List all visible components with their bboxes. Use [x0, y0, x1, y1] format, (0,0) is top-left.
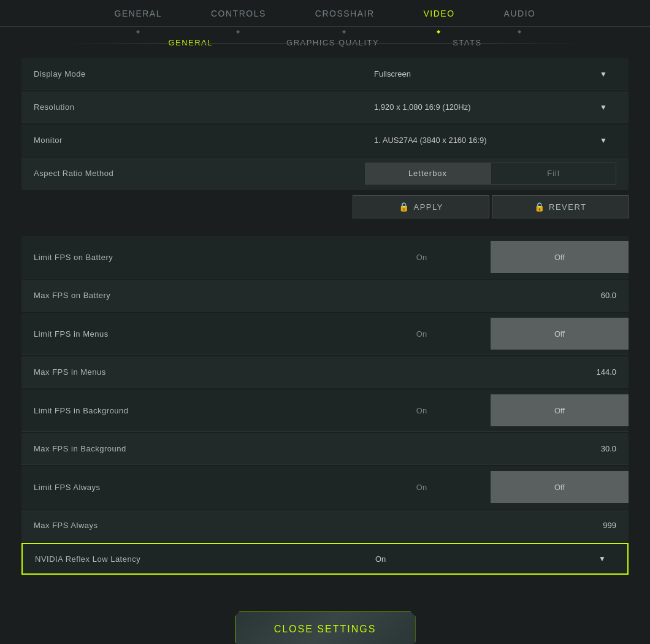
sub-nav-stats[interactable]: STATS [453, 38, 481, 47]
limit-fps-background-label: Limit FPS in Background [21, 406, 353, 415]
dropdown-arrow-icon: ▼ [598, 554, 606, 563]
limit-fps-battery-value: On Off [353, 236, 629, 278]
nav-audio[interactable]: AUDIO [480, 0, 560, 27]
max-fps-background-row: Max FPS in Background 30.0 [21, 433, 629, 465]
resolution-dropdown[interactable]: 1,920 x 1,080 16:9 (120Hz) ▼ [365, 96, 616, 118]
letterbox-button[interactable]: Letterbox [365, 163, 491, 185]
resolution-label: Resolution [21, 102, 353, 112]
monitor-value[interactable]: 1. AUS27A4 (3840 x 2160 16:9) ▼ [353, 129, 629, 151]
max-fps-always-label: Max FPS Always [21, 521, 353, 530]
off-option[interactable]: Off [491, 318, 629, 350]
nav-general[interactable]: GENERAL [90, 0, 186, 27]
max-fps-always-value: 999 [353, 521, 629, 530]
max-fps-menus-row: Max FPS in Menus 144.0 [21, 356, 629, 388]
limit-fps-menus-row: Limit FPS in Menus On Off [21, 313, 629, 355]
action-buttons: 🔒 APPLY 🔒 REVERT [353, 195, 629, 218]
lock-icon: 🔒 [534, 202, 546, 212]
limit-fps-always-row: Limit FPS Always On Off [21, 466, 629, 508]
display-mode-label: Display Mode [21, 69, 353, 79]
nvidia-reflex-value[interactable]: On ▼ [354, 548, 627, 570]
limit-fps-menus-value: On Off [353, 313, 629, 355]
sub-nav-general[interactable]: GENERAL [168, 38, 213, 47]
section-gap [21, 224, 629, 236]
aspect-ratio-group: Letterbox Fill [365, 163, 616, 185]
on-option[interactable]: On [353, 253, 491, 262]
off-option[interactable]: Off [491, 394, 629, 426]
close-btn-container: CLOSE SETTINGS [0, 611, 650, 644]
sub-navigation: GENERAL GRAPHICS QUALITY STATS [0, 27, 650, 58]
monitor-row: Monitor 1. AUS27A4 (3840 x 2160 16:9) ▼ [21, 125, 629, 156]
resolution-row: Resolution 1,920 x 1,080 16:9 (120Hz) ▼ [21, 91, 629, 123]
nvidia-reflex-label: NVIDIA Reflex Low Latency [23, 554, 354, 564]
display-mode-dropdown[interactable]: Fullscreen ▼ [365, 63, 616, 85]
max-fps-battery-row: Max FPS on Battery 60.0 [21, 280, 629, 312]
display-mode-value[interactable]: Fullscreen ▼ [353, 63, 629, 85]
off-option[interactable]: Off [491, 241, 629, 273]
close-settings-button[interactable]: CLOSE SETTINGS [235, 611, 416, 644]
resolution-value[interactable]: 1,920 x 1,080 16:9 (120Hz) ▼ [353, 96, 629, 118]
nav-video[interactable]: VIDEO [399, 0, 480, 27]
limit-fps-background-toggle: On Off [353, 389, 629, 431]
fill-button[interactable]: Fill [491, 163, 616, 185]
limit-fps-always-label: Limit FPS Always [21, 483, 353, 492]
limit-fps-battery-row: Limit FPS on Battery On Off [21, 236, 629, 278]
limit-fps-always-value: On Off [353, 466, 629, 508]
dropdown-arrow-icon: ▼ [600, 136, 607, 145]
apply-revert-row: 🔒 APPLY 🔒 REVERT [21, 191, 629, 223]
limit-fps-always-toggle: On Off [353, 466, 629, 508]
limit-fps-battery-toggle: On Off [353, 236, 629, 278]
nvidia-reflex-row: NVIDIA Reflex Low Latency On ▼ [21, 543, 629, 575]
settings-content: Display Mode Fullscreen ▼ Resolution 1,9… [0, 58, 650, 575]
apply-revert-buttons: 🔒 APPLY 🔒 REVERT [353, 195, 629, 218]
on-option[interactable]: On [353, 406, 491, 415]
max-fps-battery-label: Max FPS on Battery [21, 291, 353, 300]
limit-fps-menus-toggle: On Off [353, 313, 629, 355]
max-fps-battery-value: 60.0 [353, 291, 629, 300]
max-fps-menus-label: Max FPS in Menus [21, 367, 353, 377]
revert-button[interactable]: 🔒 REVERT [492, 195, 629, 218]
sub-nav-graphics[interactable]: GRAPHICS QUALITY [286, 38, 379, 47]
aspect-ratio-value: Letterbox Fill [353, 163, 629, 185]
nav-controls[interactable]: CONTROLS [186, 0, 291, 27]
max-fps-background-label: Max FPS in Background [21, 444, 353, 453]
on-option[interactable]: On [353, 329, 491, 339]
monitor-dropdown[interactable]: 1. AUS27A4 (3840 x 2160 16:9) ▼ [365, 129, 616, 151]
max-fps-background-value: 30.0 [353, 444, 629, 453]
aspect-ratio-label: Aspect Ratio Method [21, 169, 353, 178]
limit-fps-background-row: Limit FPS in Background On Off [21, 389, 629, 432]
off-option[interactable]: Off [491, 471, 629, 503]
aspect-ratio-row: Aspect Ratio Method Letterbox Fill [21, 158, 629, 190]
nav-crosshair[interactable]: CROSSHAIR [291, 0, 399, 27]
on-option[interactable]: On [353, 483, 491, 492]
nvidia-reflex-dropdown[interactable]: On ▼ [366, 548, 615, 570]
monitor-label: Monitor [21, 136, 353, 145]
limit-fps-menus-label: Limit FPS in Menus [21, 329, 353, 339]
dropdown-arrow-icon: ▼ [600, 70, 607, 79]
lock-icon: 🔒 [399, 202, 410, 212]
dropdown-arrow-icon: ▼ [600, 103, 607, 112]
limit-fps-battery-label: Limit FPS on Battery [21, 253, 353, 262]
limit-fps-background-value: On Off [353, 389, 629, 431]
apply-button[interactable]: 🔒 APPLY [353, 195, 489, 218]
max-fps-always-row: Max FPS Always 999 [21, 510, 629, 542]
max-fps-menus-value: 144.0 [353, 367, 629, 377]
display-mode-row: Display Mode Fullscreen ▼ [21, 58, 629, 90]
top-navigation: GENERAL CONTROLS CROSSHAIR VIDEO AUDIO [0, 0, 650, 27]
